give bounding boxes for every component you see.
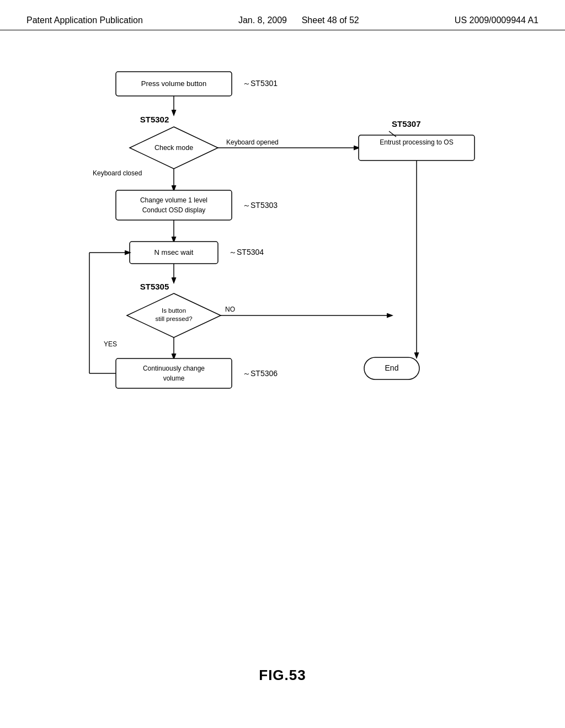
patent-number: US 2009/0009944 A1 <box>455 15 539 25</box>
publication-date: Jan. 8, 2009 <box>238 15 287 25</box>
st5302-label: ST5302 <box>140 115 169 124</box>
yes-label: YES <box>104 340 117 348</box>
st5305-label: ST5305 <box>140 282 169 291</box>
header-left: Patent Application Publication <box>26 15 143 25</box>
is-button-line2: still pressed? <box>155 315 192 322</box>
st5303-label: ～ST5303 <box>243 201 278 210</box>
cont-change-line2: volume <box>163 374 185 382</box>
st5304-label: ～ST5304 <box>229 248 264 256</box>
is-button-line1: Is button <box>162 307 186 314</box>
change-volume-line1: Change volume 1 level <box>140 196 207 204</box>
n-msec-wait-label: N msec wait <box>154 248 194 256</box>
change-volume-line2: Conduct OSD display <box>142 206 206 214</box>
flowchart-container: Press volume button ～ST5301 ST5302 Check… <box>44 55 519 485</box>
svg-rect-9 <box>116 358 232 388</box>
figure-label: FIG.53 <box>259 667 306 684</box>
end-label: End <box>385 363 399 372</box>
no-label: NO <box>225 306 235 313</box>
st5301-label: ～ST5301 <box>243 79 278 88</box>
header-right: US 2009/0009944 A1 <box>455 15 539 25</box>
entrust-line1: Entrust processing to OS <box>380 138 453 146</box>
svg-rect-4 <box>116 190 232 220</box>
figure-label-text: FIG.53 <box>259 667 306 683</box>
check-mode-label: Check mode <box>154 144 193 152</box>
flowchart-svg: Press volume button ～ST5301 ST5302 Check… <box>44 55 519 485</box>
st5306-label: ～ST5306 <box>243 369 278 378</box>
st5307-label: ST5307 <box>392 119 421 129</box>
publication-title: Patent Application Publication <box>26 15 143 25</box>
sheet-info: Sheet 48 of 52 <box>302 15 359 25</box>
cont-change-line1: Continuously change <box>143 365 205 372</box>
header-center: Jan. 8, 2009 Sheet 48 of 52 <box>238 15 359 25</box>
press-volume-label: Press volume button <box>141 79 207 88</box>
keyboard-closed-label: Keyboard closed <box>93 169 142 177</box>
page-header: Patent Application Publication Jan. 8, 2… <box>0 0 565 30</box>
keyboard-opened-label: Keyboard opened <box>226 138 279 146</box>
